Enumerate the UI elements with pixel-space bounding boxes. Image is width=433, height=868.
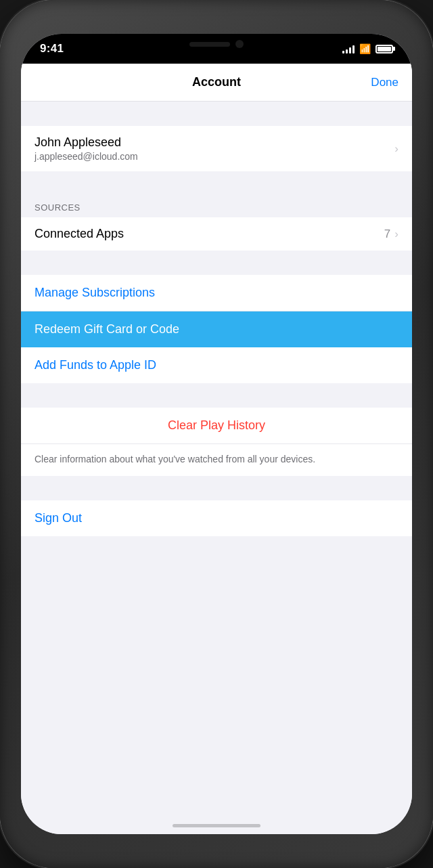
home-indicator[interactable] — [173, 824, 260, 827]
status-bar: 9:41 📶 — [21, 34, 412, 64]
page-title: Account — [68, 75, 365, 89]
profile-item[interactable]: John Appleseed j.appleseed@icloud.com › — [21, 126, 412, 171]
sources-header: SOURCES — [21, 196, 412, 217]
profile-name: John Appleseed — [35, 135, 138, 150]
sign-out-section: Sign Out — [21, 500, 412, 536]
status-time: 9:41 — [40, 42, 64, 56]
manage-subscriptions-item[interactable]: Manage Subscriptions — [21, 275, 412, 311]
add-funds-label: Add Funds to Apple ID — [35, 358, 156, 372]
profile-section: John Appleseed j.appleseed@icloud.com › — [21, 126, 412, 171]
screen-content: Account Done John Appleseed j.appleseed@… — [21, 64, 412, 834]
notch — [162, 34, 271, 54]
middle-gap — [21, 251, 412, 275]
phone-outer: 9:41 📶 — [0, 0, 433, 868]
sources-header-text: SOURCES — [35, 202, 81, 213]
sign-out-gap — [21, 476, 412, 500]
signal-icon — [342, 44, 355, 53]
redeem-gift-card-item[interactable]: Redeem Gift Card or Code — [21, 311, 412, 347]
clear-history-description-block: Clear information about what you've watc… — [21, 444, 412, 476]
clear-history-item[interactable]: Clear Play History — [21, 408, 412, 443]
status-icons: 📶 — [342, 43, 393, 54]
wifi-icon: 📶 — [359, 43, 371, 54]
bottom-gap-1 — [21, 383, 412, 408]
top-gap — [21, 102, 412, 126]
connected-apps-chevron: › — [394, 227, 398, 241]
profile-chevron: › — [394, 142, 398, 156]
sign-out-label: Sign Out — [35, 511, 82, 525]
connected-apps-count: 7 — [384, 227, 390, 241]
clear-history-label: Clear Play History — [168, 418, 265, 433]
connected-apps-label: Connected Apps — [35, 227, 124, 241]
add-funds-item[interactable]: Add Funds to Apple ID — [21, 347, 412, 383]
connected-apps-item[interactable]: Connected Apps 7 › — [21, 217, 412, 251]
sources-gap — [21, 171, 412, 196]
camera — [235, 40, 244, 48]
manage-subscriptions-label: Manage Subscriptions — [35, 286, 155, 300]
phone-screen: 9:41 📶 — [21, 34, 412, 834]
profile-email: j.appleseed@icloud.com — [35, 151, 138, 162]
clear-history-section: Clear Play History Clear information abo… — [21, 408, 412, 476]
nav-bar: Account Done — [21, 64, 412, 102]
clear-history-description: Clear information about what you've watc… — [35, 454, 315, 464]
bottom-space — [21, 536, 412, 617]
done-button[interactable]: Done — [365, 76, 398, 89]
actions-section: Manage Subscriptions Redeem Gift Card or… — [21, 275, 412, 383]
sign-out-item[interactable]: Sign Out — [21, 500, 412, 536]
battery-icon — [375, 45, 393, 53]
speaker — [189, 42, 230, 47]
redeem-gift-card-label: Redeem Gift Card or Code — [35, 322, 179, 337]
sources-section: Connected Apps 7 › — [21, 217, 412, 251]
